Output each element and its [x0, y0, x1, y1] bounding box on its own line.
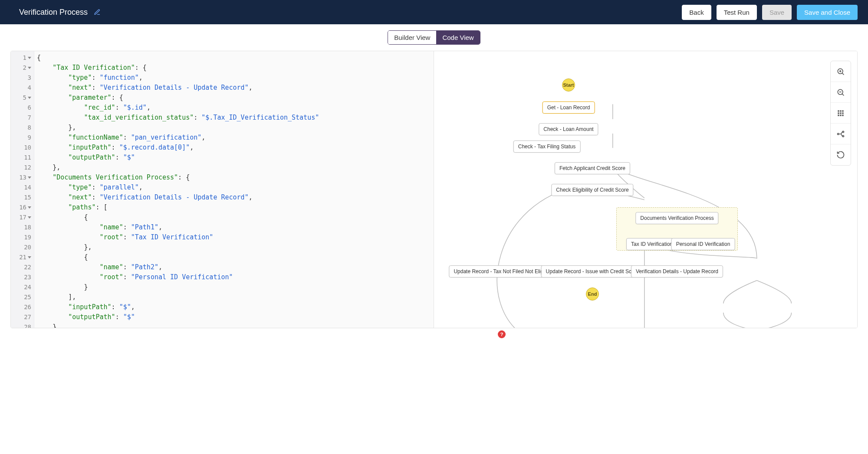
code-line[interactable]: "inputPath": "$",: [37, 302, 434, 312]
svg-point-23: [842, 135, 844, 137]
gutter-line: 14: [11, 183, 34, 193]
svg-line-8: [842, 73, 844, 75]
gutter-line: 5: [11, 93, 34, 103]
code-line[interactable]: "root": "Tax ID Verification": [37, 232, 434, 242]
code-line[interactable]: }: [37, 282, 434, 292]
code-line[interactable]: },: [37, 163, 434, 173]
fold-icon[interactable]: [28, 67, 31, 69]
gutter-line: 4: [11, 83, 34, 93]
gutter-line: 20: [11, 242, 34, 252]
fold-icon[interactable]: [28, 97, 31, 99]
gutter-line: 13: [11, 173, 34, 183]
flow-node-verif-details[interactable]: Verification Details - Update Record: [631, 265, 723, 278]
flow-node-update-tax[interactable]: Update Record - Tax Not Filed Not Eligib…: [449, 265, 556, 278]
grid-icon[interactable]: [831, 103, 851, 124]
code-body[interactable]: { "Tax ID Verification": { "type": "func…: [34, 51, 434, 328]
flow-node-personal-id-verif[interactable]: Personal ID Verification: [671, 238, 735, 250]
gutter-line: 12: [11, 163, 34, 173]
refresh-icon[interactable]: [831, 144, 851, 165]
svg-rect-18: [838, 114, 839, 116]
test-run-button[interactable]: Test Run: [717, 5, 757, 20]
code-line[interactable]: {: [37, 53, 434, 63]
code-line[interactable]: "name": "Path2",: [37, 262, 434, 272]
zoom-in-icon[interactable]: [831, 61, 851, 82]
code-line[interactable]: "type": "parallel",: [37, 183, 434, 193]
svg-rect-19: [840, 114, 841, 116]
gutter-line: 22: [11, 262, 34, 272]
svg-rect-12: [838, 110, 839, 111]
svg-rect-13: [840, 110, 841, 111]
gutter-line: 16: [11, 203, 34, 212]
save-close-button[interactable]: Save and Close: [797, 5, 858, 20]
code-line[interactable]: "outputPath": "$": [37, 153, 434, 163]
fold-icon[interactable]: [28, 57, 31, 59]
fold-icon[interactable]: [28, 176, 31, 179]
tab-builder-view[interactable]: Builder View: [388, 31, 436, 44]
fold-icon[interactable]: [28, 256, 31, 258]
notification-badge[interactable]: ?: [498, 330, 506, 338]
flow-node-check-amount[interactable]: Check - Loan Amount: [539, 123, 598, 135]
code-line[interactable]: "functionName": "pan_verification",: [37, 133, 434, 143]
code-line[interactable]: "root": "Personal ID Verification": [37, 272, 434, 282]
edit-icon[interactable]: [94, 9, 101, 16]
gutter-line: 19: [11, 232, 34, 242]
code-line[interactable]: "next": "Verification Details - Update R…: [37, 193, 434, 203]
flow-panel[interactable]: Start Get - Loan Record Check - Loan Amo…: [434, 51, 857, 328]
code-line[interactable]: "next": "Verification Details - Update R…: [37, 83, 434, 93]
code-line[interactable]: "inputPath": "$.record.data[0]",: [37, 143, 434, 153]
zoom-out-icon[interactable]: [831, 82, 851, 103]
code-line[interactable]: }: [37, 322, 434, 328]
header-left: Verification Process: [19, 8, 101, 17]
svg-point-22: [842, 131, 844, 132]
code-line[interactable]: },: [37, 242, 434, 252]
code-line[interactable]: "parameter": {: [37, 93, 434, 103]
flow-start-node[interactable]: Start: [562, 78, 575, 91]
main-area: 1234567891011121314151617181920212223242…: [10, 51, 858, 328]
fold-icon[interactable]: [28, 216, 31, 219]
code-line[interactable]: "outputPath": "$": [37, 312, 434, 322]
flow-tools: [830, 61, 851, 166]
fold-icon[interactable]: [28, 206, 31, 209]
svg-rect-17: [842, 112, 843, 114]
code-line[interactable]: "name": "Path1",: [37, 222, 434, 232]
code-line[interactable]: {: [37, 212, 434, 222]
flow-node-fetch-credit[interactable]: Fetch Applicant Credit Score: [555, 162, 630, 174]
gutter-line: 18: [11, 222, 34, 232]
code-line[interactable]: "tax_id_verification_status": "$.Tax_ID_…: [37, 113, 434, 123]
gutter-line: 26: [11, 302, 34, 312]
flow-node-update-credit[interactable]: Update Record - Issue with Credit Score: [541, 265, 644, 278]
gutter-line: 6: [11, 103, 34, 113]
gutter-line: 9: [11, 133, 34, 143]
code-panel: 1234567891011121314151617181920212223242…: [11, 51, 434, 328]
code-line[interactable]: "Tax ID Verification": {: [37, 63, 434, 73]
gutter-line: 17: [11, 212, 34, 222]
flow-connectors: [434, 51, 857, 328]
code-line[interactable]: "type": "function",: [37, 73, 434, 83]
flow-node-check-eligibility[interactable]: Check Eligibility of Credit Score: [551, 184, 633, 196]
code-gutter: 1234567891011121314151617181920212223242…: [11, 51, 34, 328]
header-bar: Verification Process Back Test Run Save …: [0, 0, 868, 24]
code-line[interactable]: ],: [37, 292, 434, 302]
flow-end-node[interactable]: End: [586, 287, 599, 300]
code-line[interactable]: "Documents Verification Process": {: [37, 173, 434, 183]
flow-node-check-tax[interactable]: Check - Tax Filing Status: [513, 140, 581, 153]
code-line[interactable]: {: [37, 252, 434, 262]
gutter-line: 15: [11, 193, 34, 203]
flow-node-docs-process[interactable]: Documents Verification Process: [635, 212, 718, 224]
svg-rect-20: [842, 114, 843, 116]
back-button[interactable]: Back: [682, 5, 711, 20]
gutter-line: 11: [11, 153, 34, 163]
code-line[interactable]: "rec_id": "$.id",: [37, 103, 434, 113]
code-line[interactable]: },: [37, 123, 434, 133]
flow-node-tax-id-verif[interactable]: Tax ID Verification: [626, 238, 677, 250]
svg-rect-15: [838, 112, 839, 114]
gutter-line: 21: [11, 252, 34, 262]
flow-node-get-loan[interactable]: Get - Loan Record: [542, 101, 595, 114]
gutter-line: 23: [11, 272, 34, 282]
page-title: Verification Process: [19, 8, 88, 17]
code-line[interactable]: "paths": [: [37, 203, 434, 212]
tab-code-view[interactable]: Code View: [436, 31, 480, 44]
svg-rect-16: [840, 112, 841, 114]
branch-icon[interactable]: [831, 124, 851, 144]
gutter-line: 28: [11, 322, 34, 328]
